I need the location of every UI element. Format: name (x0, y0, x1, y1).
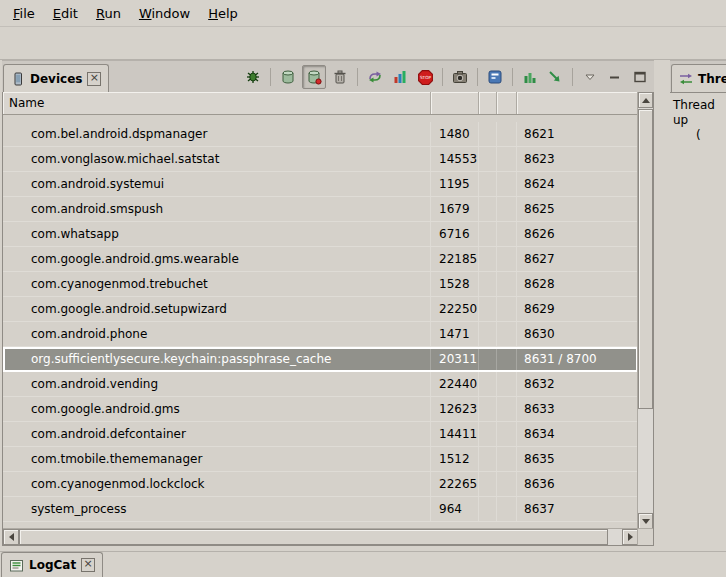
process-pid: 6716 (431, 222, 479, 246)
status-cell-2 (497, 497, 517, 521)
table-row[interactable]: com.android.systemui 1195 8624 (3, 172, 638, 197)
process-port: 8626 (517, 222, 638, 246)
minimize-icon[interactable] (604, 66, 626, 88)
capture-view-hierarchy-icon[interactable] (484, 66, 506, 88)
status-cell-2 (497, 297, 517, 321)
horizontal-scrollbar[interactable] (3, 528, 638, 545)
table-row[interactable]: com.google.android.gms.wearable 22185 86… (3, 247, 638, 272)
process-name: com.google.android.setupwizard (3, 297, 431, 321)
devices-table: Name com.bel.android.dspmanager 1480 862… (2, 92, 654, 546)
status-cell-1 (479, 147, 497, 171)
debug-process-icon[interactable] (242, 66, 264, 88)
menu-window[interactable]: Window (130, 2, 199, 25)
process-port: 8633 (517, 397, 638, 421)
table-row[interactable]: com.cyanogenmod.lockclock 22265 8636 (3, 472, 638, 497)
process-port: 8635 (517, 447, 638, 471)
column-header-b[interactable] (497, 92, 517, 114)
close-icon[interactable]: × (81, 558, 95, 572)
process-name: com.android.vending (3, 372, 431, 396)
threads-icon (679, 72, 693, 86)
view-menu-icon[interactable] (579, 66, 601, 88)
process-port: 8630 (517, 322, 638, 346)
process-port: 8636 (517, 472, 638, 496)
scrollbar-corner (637, 528, 653, 545)
status-cell-2 (497, 322, 517, 346)
vertical-scroll-thumb[interactable] (638, 109, 653, 409)
process-name: com.android.smspush (3, 197, 431, 221)
process-port: 8632 (517, 372, 638, 396)
process-pid: 1679 (431, 197, 479, 221)
status-cell-1 (479, 122, 497, 146)
status-cell-2 (497, 222, 517, 246)
dump-hprof-icon[interactable] (302, 65, 326, 89)
scroll-up-button[interactable] (638, 92, 653, 108)
column-header-name[interactable]: Name (3, 92, 431, 114)
toolbar-separator (357, 68, 358, 86)
menu-file[interactable]: File (4, 2, 44, 25)
table-row[interactable]: com.whatsapp 6716 8626 (3, 222, 638, 247)
menu-run[interactable]: Run (87, 2, 130, 25)
tab-logcat[interactable]: LogCat × (1, 552, 103, 577)
scroll-right-button[interactable] (622, 529, 638, 545)
process-pid: 1512 (431, 447, 479, 471)
horizontal-scroll-thumb[interactable] (19, 529, 608, 545)
table-row[interactable]: com.google.android.setupwizard 22250 862… (3, 297, 638, 322)
table-row[interactable]: com.google.android.gms 12623 8633 (3, 397, 638, 422)
status-cell-1 (479, 247, 497, 271)
table-row[interactable]: com.cyanogenmod.trebuchet 1528 8628 (3, 272, 638, 297)
process-name: com.google.android.gms.wearable (3, 247, 431, 271)
process-port: 8637 (517, 497, 638, 521)
update-threads-icon[interactable] (364, 66, 386, 88)
column-header-pid[interactable] (431, 92, 479, 114)
table-row[interactable]: com.android.defcontainer 14411 8634 (3, 422, 638, 447)
system-information-icon[interactable] (519, 66, 541, 88)
process-name: com.google.android.gms (3, 397, 431, 421)
table-row[interactable]: com.android.phone 1471 8630 (3, 322, 638, 347)
process-port: 8621 (517, 122, 638, 146)
heap-dump-arrow-icon[interactable] (544, 66, 566, 88)
process-name: com.cyanogenmod.lockclock (3, 472, 431, 496)
table-row[interactable]: com.tmobile.thememanager 1512 8635 (3, 447, 638, 472)
process-pid: 1195 (431, 172, 479, 196)
table-row[interactable]: com.bel.android.dspmanager 1480 8621 (3, 122, 638, 147)
status-cell-1 (479, 472, 497, 496)
status-cell-2 (497, 372, 517, 396)
update-heap-icon[interactable] (277, 66, 299, 88)
main-toolbar-strip (0, 27, 726, 60)
screen-capture-icon[interactable] (449, 66, 471, 88)
table-row[interactable]: com.vonglasow.michael.satstat 14553 8623 (3, 147, 638, 172)
table-row[interactable]: com.android.vending 22440 8632 (3, 372, 638, 397)
start-method-profiling-icon[interactable] (389, 66, 411, 88)
scroll-left-button[interactable] (3, 529, 19, 545)
status-cell-2 (497, 197, 517, 221)
status-cell-1 (479, 197, 497, 221)
toolbar-separator (477, 68, 478, 86)
cause-gc-icon[interactable] (329, 66, 351, 88)
column-header-a[interactable] (479, 92, 497, 114)
menu-help[interactable]: Help (199, 2, 247, 25)
menu-edit[interactable]: Edit (44, 2, 87, 25)
svg-text:STOP: STOP (419, 75, 431, 80)
close-icon[interactable]: × (87, 72, 101, 86)
stop-method-profiling-icon[interactable]: STOP (414, 66, 436, 88)
threads-content: Thread up ( (670, 92, 726, 546)
process-port: 8634 (517, 422, 638, 446)
table-row[interactable]: system_process 964 8637 (3, 497, 638, 522)
status-cell-1 (479, 322, 497, 346)
status-cell-2 (497, 422, 517, 446)
status-cell-1 (479, 272, 497, 296)
scroll-down-button[interactable] (638, 513, 653, 529)
panel-sash[interactable] (654, 60, 671, 546)
maximize-icon[interactable] (629, 66, 651, 88)
column-header-port[interactable] (517, 92, 638, 114)
table-row[interactable]: org.sufficientlysecure.keychain:passphra… (3, 347, 638, 372)
table-header: Name (3, 92, 638, 115)
tab-logcat-label: LogCat (29, 558, 76, 572)
table-row[interactable]: com.android.smspush 1679 8625 (3, 197, 638, 222)
vertical-scrollbar[interactable] (637, 92, 653, 529)
tab-threads[interactable]: Threads (671, 64, 726, 94)
threads-message-line1: Thread up (673, 98, 723, 128)
bottom-bar: LogCat × (0, 551, 726, 577)
tab-devices[interactable]: Devices × (3, 64, 109, 94)
process-port: 8628 (517, 272, 638, 296)
